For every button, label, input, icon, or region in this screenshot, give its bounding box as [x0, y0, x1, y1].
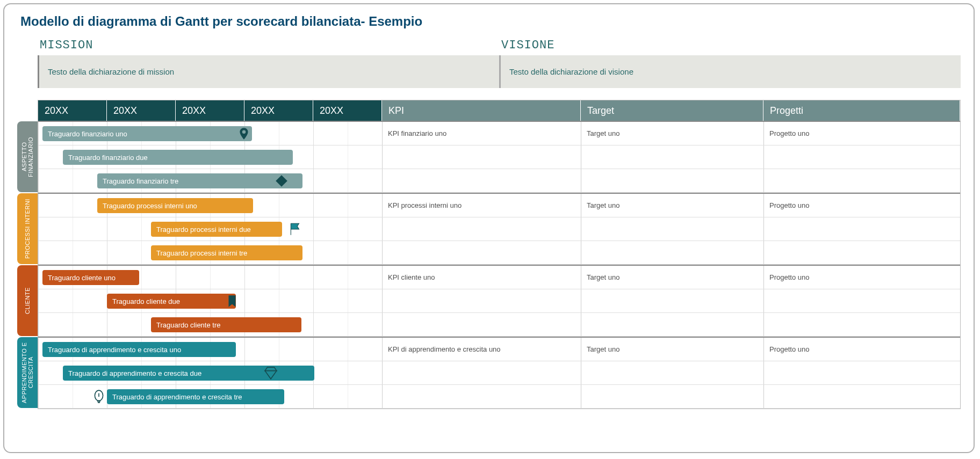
diamond-icon: [275, 172, 289, 190]
project-cell: [763, 217, 960, 241]
project-cell: Progetto uno: [763, 338, 960, 361]
project-cell: [763, 169, 960, 192]
side-label-fin: ASPETTO FINANZIARIO: [17, 121, 38, 192]
bookmark-icon: [225, 293, 239, 310]
target-cell: [581, 313, 763, 336]
target-cell: Target uno: [581, 338, 763, 361]
kpi-cell: [382, 313, 581, 336]
chart-area: Traguardo processi interni due: [38, 217, 382, 241]
kpi-cell: [382, 217, 581, 241]
target-cell: Target uno: [581, 266, 763, 289]
kpi-cell: [382, 169, 581, 192]
gantt-grid: 20XX 20XX 20XX 20XX 20XX KPI Target Prog…: [38, 100, 961, 409]
gantt-bar: Traguardo finanziario tre: [97, 173, 302, 188]
year-head-3: 20XX: [244, 100, 313, 121]
project-cell: Progetto uno: [763, 266, 960, 289]
target-cell: Target uno: [581, 194, 763, 217]
project-cell: [763, 361, 960, 384]
gantt-bar: Traguardo cliente due: [107, 294, 236, 309]
pin-icon: [237, 125, 251, 142]
gantt-row: Traguardo cliente unoKPI cliente unoTarg…: [38, 266, 960, 289]
gantt-bar: Traguardo finanziario due: [63, 150, 293, 165]
side-label-proc: PROCESSI INTERNI: [17, 193, 38, 264]
target-cell: [581, 217, 763, 241]
template-frame: Modello di diagramma di Gantt per scorec…: [3, 3, 975, 453]
target-cell: [581, 241, 763, 264]
chart-area: Traguardo finanziario due: [38, 145, 382, 169]
kpi-cell: [382, 241, 581, 264]
diamond2-icon: [264, 365, 278, 382]
chart-area: Traguardo finanziario tre: [38, 169, 382, 192]
project-cell: [763, 241, 960, 264]
gantt-row: Traguardo di apprendimento e crescita un…: [38, 338, 960, 361]
vision-body: Testo della dichiarazione di visione: [499, 55, 961, 88]
gantt-row: Traguardo di apprendimento e crescita du…: [38, 361, 960, 385]
project-cell: [763, 289, 960, 312]
gantt-row: Traguardo processi interni due: [38, 217, 960, 241]
gantt-bar: Traguardo di apprendimento e crescita tr…: [107, 389, 284, 404]
target-cell: Target uno: [581, 122, 763, 145]
col-kpi: KPI: [382, 100, 581, 121]
chart-area: Traguardo di apprendimento e crescita un…: [38, 338, 382, 361]
col-target: Target: [581, 100, 763, 121]
gantt-bar: Traguardo finanziario uno: [42, 126, 252, 141]
chart-area: Traguardo cliente due: [38, 289, 382, 312]
chart-area: Traguardo processi interni tre: [38, 241, 382, 264]
year-head-1: 20XX: [107, 100, 176, 121]
section-cli: Traguardo cliente unoKPI cliente unoTarg…: [38, 265, 960, 337]
gantt-bar: Traguardo cliente tre: [151, 317, 301, 332]
kpi-cell: KPI processi interni uno: [382, 194, 581, 217]
side-label-app: APPRENDIMENTO E CRESCITA: [17, 337, 38, 408]
side-label-cli: CLIENTE: [17, 265, 38, 336]
kpi-cell: KPI di apprendimento e crescita uno: [382, 338, 581, 361]
target-cell: [581, 169, 763, 192]
gantt-row: Traguardo finanziario unoKPI finanziario…: [38, 122, 960, 145]
page-title: Modello di diagramma di Gantt per scorec…: [20, 14, 961, 29]
kpi-cell: [382, 145, 581, 169]
gantt-row: Traguardo cliente due: [38, 289, 960, 313]
project-cell: Progetto uno: [763, 194, 960, 217]
year-head-4: 20XX: [313, 100, 382, 121]
gantt-row: Traguardo finanziario due: [38, 145, 960, 169]
gantt-bar: Traguardo processi interni due: [151, 222, 282, 237]
project-cell: [763, 385, 960, 408]
kpi-cell: [382, 289, 581, 312]
chart-area: Traguardo cliente uno: [38, 266, 382, 289]
year-head-0: 20XX: [38, 100, 107, 121]
mission-head: MISSION: [38, 37, 499, 55]
project-cell: Progetto uno: [763, 122, 960, 145]
gantt-row: Traguardo cliente tre: [38, 313, 960, 337]
chart-area: Traguardo di apprendimento e crescita tr…: [38, 385, 382, 408]
target-cell: [581, 385, 763, 408]
target-cell: [581, 145, 763, 169]
kpi-cell: [382, 361, 581, 384]
gantt-bar: Traguardo di apprendimento e crescita un…: [42, 342, 236, 357]
gantt-bar: Traguardo cliente uno: [42, 270, 139, 285]
chart-area: Traguardo finanziario uno: [38, 122, 382, 145]
kpi-cell: KPI cliente uno: [382, 266, 581, 289]
gantt-bar: Traguardo processi interni uno: [97, 198, 253, 213]
target-cell: [581, 361, 763, 384]
balloon-icon: [92, 388, 106, 405]
chart-area: Traguardo di apprendimento e crescita du…: [38, 361, 382, 384]
year-head-2: 20XX: [176, 100, 244, 121]
flag-icon: [289, 221, 302, 238]
gantt-row: Traguardo processi interni unoKPI proces…: [38, 194, 960, 217]
section-app: Traguardo di apprendimento e crescita un…: [38, 337, 960, 409]
mission-body: Testo della dichiarazione di mission: [39, 55, 499, 88]
mission-vision-body: Testo della dichiarazione di mission Tes…: [38, 55, 961, 88]
chart-area: Traguardo processi interni uno: [38, 194, 382, 217]
mission-vision-heads: MISSION VISIONE: [38, 37, 961, 55]
project-cell: [763, 145, 960, 169]
side-labels: ASPETTO FINANZIARIO PROCESSI INTERNI CLI…: [17, 100, 38, 409]
col-progetti: Progetti: [763, 100, 960, 121]
chart-area: Traguardo cliente tre: [38, 313, 382, 336]
section-proc: Traguardo processi interni unoKPI proces…: [38, 193, 960, 265]
kpi-cell: KPI finanziario uno: [382, 122, 581, 145]
vision-head: VISIONE: [499, 37, 961, 55]
kpi-cell: [382, 385, 581, 408]
gantt-row: Traguardo finanziario tre: [38, 169, 960, 193]
section-fin: Traguardo finanziario unoKPI finanziario…: [38, 121, 960, 193]
gantt-bar: Traguardo processi interni tre: [151, 245, 302, 260]
target-cell: [581, 289, 763, 312]
